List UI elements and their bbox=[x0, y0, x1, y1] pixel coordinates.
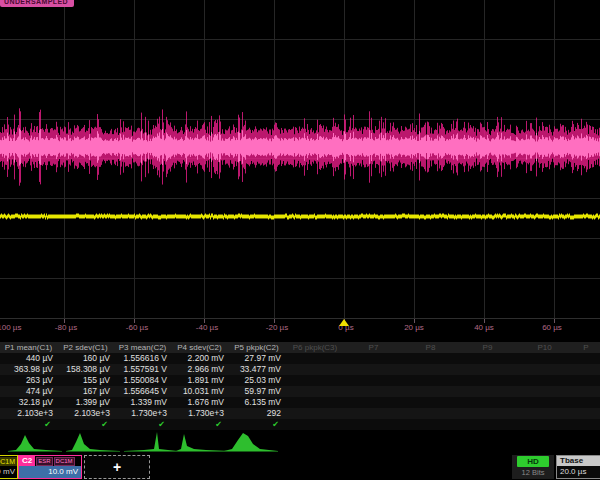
measurement-min-row: 263 µV 155 µV 1.550084 V 1.891 mV 25.03 … bbox=[0, 375, 600, 386]
param-header-p5[interactable]: P5 pkpk(C2) bbox=[228, 342, 285, 353]
max-cell: 10.031 mV bbox=[171, 386, 228, 397]
num-cell: 2.103e+3 bbox=[57, 408, 114, 419]
num-cell: 292 bbox=[228, 408, 285, 419]
c1-scale-value: 0 mV bbox=[0, 466, 17, 478]
sdev-cell: 1.399 µV bbox=[57, 397, 114, 408]
measurement-mean-row: 363.98 µV 158.308 µV 1.557591 V 2.966 mV… bbox=[0, 364, 600, 375]
time-axis-label: -40 µs bbox=[196, 323, 218, 332]
param-header-p10[interactable]: P10 bbox=[516, 342, 573, 353]
descriptor-bar: DC1M 0 mV C2 ESR DC1M 10.0 mV + HD 12 Bi… bbox=[0, 455, 600, 480]
max-cell: 167 µV bbox=[57, 386, 114, 397]
measurement-max-row: 474 µV 167 µV 1.556645 V 10.031 mV 59.97… bbox=[0, 386, 600, 397]
time-axis-label: -100 µs bbox=[0, 323, 21, 332]
time-axis-label: -80 µs bbox=[55, 323, 77, 332]
c2-esr-badge: ESR bbox=[36, 457, 52, 466]
timebase-title: Tbase bbox=[557, 456, 600, 466]
param-header-p3[interactable]: P3 mean(C2) bbox=[114, 342, 171, 353]
sdev-cell: 1.676 mV bbox=[171, 397, 228, 408]
param-header-p1[interactable]: P1 mean(C1) bbox=[0, 342, 57, 353]
timebase-descriptor[interactable]: Tbase 20.0 µs bbox=[556, 455, 600, 479]
sdev-cell: 32.18 µV bbox=[0, 397, 57, 408]
status-check-icon: ✔ bbox=[171, 419, 228, 430]
measurement-value-row: 440 µV 160 µV 1.556616 V 2.200 mV 27.97 … bbox=[0, 353, 600, 364]
status-check-icon: ✔ bbox=[228, 419, 285, 430]
num-cell: 1.730e+3 bbox=[114, 408, 171, 419]
mean-cell: 158.308 µV bbox=[57, 364, 114, 375]
min-cell: 155 µV bbox=[57, 375, 114, 386]
mean-cell: 2.966 mV bbox=[171, 364, 228, 375]
mean-cell: 33.477 mV bbox=[228, 364, 285, 375]
channel-c2-descriptor[interactable]: C2 ESR DC1M 10.0 mV bbox=[18, 455, 82, 479]
min-cell: 25.03 mV bbox=[228, 375, 285, 386]
measurement-sdev-row: 32.18 µV 1.399 µV 1.339 mV 1.676 mV 6.13… bbox=[0, 397, 600, 408]
time-axis-label: 60 µs bbox=[542, 323, 562, 332]
sdev-cell: 6.135 mV bbox=[228, 397, 285, 408]
mean-cell: 363.98 µV bbox=[0, 364, 57, 375]
time-axis-label: 20 µs bbox=[404, 323, 424, 332]
value-cell: 27.97 mV bbox=[228, 353, 285, 364]
c1-coupling-badge: DC1M bbox=[0, 457, 17, 466]
acquisition-mode-tile: HD 12 Bits bbox=[512, 455, 554, 479]
status-check-icon: ✔ bbox=[57, 419, 114, 430]
oscilloscope-screen: Undersampled -100 µs -80 µs -60 µs -40 µ… bbox=[0, 0, 600, 480]
max-cell: 59.97 mV bbox=[228, 386, 285, 397]
status-check-icon: ✔ bbox=[114, 419, 171, 430]
trigger-time-marker-icon[interactable] bbox=[339, 319, 349, 326]
min-cell: 1.891 mV bbox=[171, 375, 228, 386]
value-cell: 440 µV bbox=[0, 353, 57, 364]
value-cell: 2.200 mV bbox=[171, 353, 228, 364]
min-cell: 263 µV bbox=[0, 375, 57, 386]
num-cell: 1.730e+3 bbox=[171, 408, 228, 419]
time-axis-label: -60 µs bbox=[126, 323, 148, 332]
mean-cell: 1.557591 V bbox=[114, 364, 171, 375]
waveform-grid-area[interactable]: Undersampled bbox=[0, 0, 600, 318]
param-header-p7[interactable]: P7 bbox=[345, 342, 402, 353]
measurement-header-row: P1 mean(C1) P2 sdev(C1) P3 mean(C2) P4 s… bbox=[0, 342, 600, 353]
time-axis-label: -20 µs bbox=[266, 323, 288, 332]
measurement-status-row: ✔ ✔ ✔ ✔ ✔ bbox=[0, 419, 600, 430]
parameter-histicons[interactable] bbox=[0, 430, 600, 454]
param-header-p6[interactable]: P6 pkpk(C3) bbox=[285, 342, 345, 353]
c2-coupling-badge: DC1M bbox=[54, 457, 75, 466]
time-axis: -100 µs -80 µs -60 µs -40 µs -20 µs 0 µs… bbox=[0, 318, 600, 336]
min-cell: 1.550084 V bbox=[114, 375, 171, 386]
measurement-table: P1 mean(C1) P2 sdev(C1) P3 mean(C2) P4 s… bbox=[0, 342, 600, 430]
undersampled-warning-badge: Undersampled bbox=[0, 0, 74, 7]
c2-scale-value: 10.0 mV bbox=[19, 466, 81, 478]
waveform-canvas[interactable] bbox=[0, 0, 600, 318]
max-cell: 474 µV bbox=[0, 386, 57, 397]
hd-bits-label: 12 Bits bbox=[512, 467, 554, 478]
param-header-p9[interactable]: P9 bbox=[459, 342, 516, 353]
add-trace-button[interactable]: + bbox=[84, 455, 150, 479]
time-axis-label: 40 µs bbox=[474, 323, 494, 332]
max-cell: 1.556645 V bbox=[114, 386, 171, 397]
measurement-num-row: 2.103e+3 2.103e+3 1.730e+3 1.730e+3 292 bbox=[0, 408, 600, 419]
param-header-p11-clipped[interactable]: P bbox=[573, 342, 599, 353]
channel-c1-descriptor[interactable]: DC1M 0 mV bbox=[0, 455, 18, 479]
param-header-p8[interactable]: P8 bbox=[402, 342, 459, 353]
status-check-icon: ✔ bbox=[0, 419, 57, 430]
value-cell: 1.556616 V bbox=[114, 353, 171, 364]
param-header-p4[interactable]: P4 sdev(C2) bbox=[171, 342, 228, 353]
value-cell: 160 µV bbox=[57, 353, 114, 364]
num-cell: 2.103e+3 bbox=[0, 408, 57, 419]
c2-label: C2 bbox=[19, 456, 35, 466]
timebase-per-div: 20.0 µs bbox=[557, 466, 600, 478]
sdev-cell: 1.339 mV bbox=[114, 397, 171, 408]
param-header-p2[interactable]: P2 sdev(C1) bbox=[57, 342, 114, 353]
hd-mode-badge: HD bbox=[517, 456, 549, 467]
